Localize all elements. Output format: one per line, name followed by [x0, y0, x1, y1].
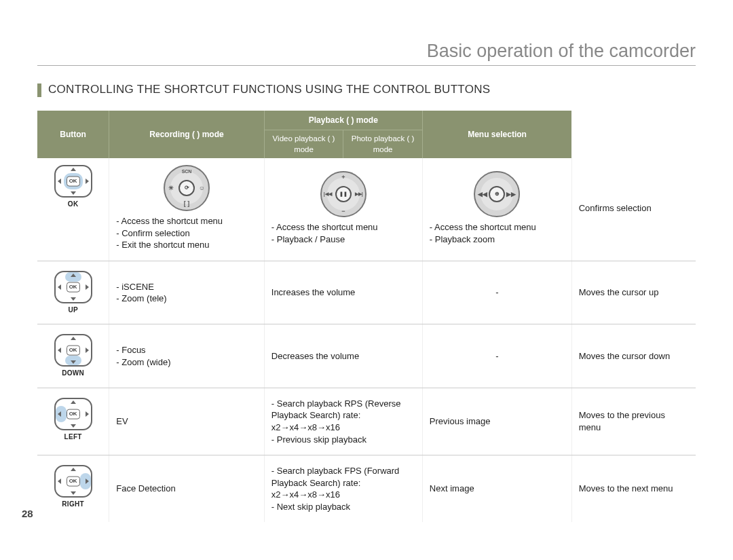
header-recording: Recording ( ) mode: [109, 111, 265, 158]
list-item: Playback zoom: [430, 234, 565, 246]
control-pad-up-icon: OK: [54, 271, 92, 303]
photo-dial-icon: ◀◀ ▶▶ ⊕: [474, 171, 520, 217]
list-item: Focus: [116, 344, 257, 356]
photo-cell: Next image: [422, 455, 571, 523]
list-item: Confirm selection: [116, 227, 257, 240]
header-video-playback: Video playback ( ) mode: [265, 130, 344, 158]
header-photo-playback: Photo playback ( ) mode: [343, 130, 422, 158]
menu-cell: Moves the cursor up: [571, 261, 696, 324]
header-playback-group: Playback ( ) mode Video playback ( ) mod…: [264, 111, 422, 158]
button-label-right: RIGHT: [44, 500, 102, 509]
control-pad-left-icon: OK: [54, 398, 92, 430]
list-item: Exit the shortcut menu: [116, 239, 257, 251]
control-pad-right-icon: OK: [54, 465, 92, 498]
button-cell-right: OK RIGHT: [37, 455, 109, 523]
control-pad-ok-icon: OK: [54, 165, 92, 198]
button-label-down: DOWN: [44, 369, 102, 378]
list-item: Previous skip playback: [271, 434, 415, 446]
button-cell-ok: OK OK: [37, 158, 109, 261]
video-cell: Decreases the volume: [264, 324, 422, 388]
list-item: Search playback RPS (Reverse Playback Se…: [271, 398, 415, 434]
recording-cell: iSCENE Zoom (tele): [109, 261, 265, 324]
list-item: Zoom (wide): [116, 356, 257, 369]
button-cell-up: OK UP: [37, 261, 109, 324]
list-item: Access the shortcut menu: [271, 221, 415, 234]
list-item: Access the shortcut menu: [116, 215, 257, 227]
button-label-left: LEFT: [44, 432, 102, 442]
recording-cell: Face Detection: [109, 455, 265, 523]
video-cell: + − |◀◀ ▶▶| ❚❚ Access the shortcut menu …: [264, 158, 422, 261]
control-pad-down-icon: OK: [54, 334, 92, 367]
menu-cell: Confirms selection: [571, 158, 696, 261]
table-row-right: OK RIGHT Face Detection Search playback …: [37, 455, 696, 523]
button-cell-left: OK LEFT: [37, 388, 109, 455]
button-label-up: UP: [44, 305, 102, 315]
list-item: Access the shortcut menu: [430, 221, 565, 234]
section-heading: CONTROLLING THE SHORTCUT FUNCTIONS USING…: [37, 83, 696, 97]
photo-cell: -: [422, 324, 571, 388]
page-number: 28: [22, 508, 33, 519]
list-item: Search playback FPS (Forward Playback Se…: [271, 465, 415, 501]
header-menu: Menu selection: [422, 111, 571, 158]
recording-cell: SCN [ ] ☀ ☺ ⟳ Access the shortcut menu C…: [109, 158, 265, 261]
list-item: iSCENE: [116, 281, 257, 293]
photo-cell: Previous image: [422, 388, 571, 455]
button-cell-down: OK DOWN: [37, 324, 109, 388]
chapter-title: Basic operation of the camcorder: [37, 41, 696, 66]
menu-cell: Moves to the previous menu: [571, 388, 696, 455]
list-item: Next skip playback: [271, 501, 415, 513]
menu-cell: Moves to the next menu: [571, 455, 696, 523]
header-button-label: Button: [60, 130, 86, 139]
photo-cell: ◀◀ ▶▶ ⊕ Access the shortcut menu Playbac…: [422, 158, 571, 261]
video-cell: Search playback RPS (Reverse Playback Se…: [264, 388, 422, 455]
section-bar: [37, 83, 41, 97]
section-title: CONTROLLING THE SHORTCUT FUNCTIONS USING…: [48, 83, 490, 96]
controls-table: Button Recording ( ) mode Playback ( ) m…: [37, 111, 696, 522]
video-dial-icon: + − |◀◀ ▶▶| ❚❚: [320, 171, 366, 217]
list-item: Playback / Pause: [271, 234, 415, 246]
table-row-down: OK DOWN Focus Zoom (wide) Decreases the …: [37, 324, 696, 388]
table-row-up: OK UP iSCENE Zoom (tele) Increases the v…: [37, 261, 696, 324]
recording-cell: EV: [109, 388, 265, 455]
header-playback-label: Playback ( ) mode: [265, 111, 422, 130]
header-button: Button: [37, 111, 109, 158]
recording-dial-icon: SCN [ ] ☀ ☺ ⟳: [164, 165, 210, 211]
table-row-left: OK LEFT EV Search playback RPS (Reverse …: [37, 388, 696, 455]
list-item: Zoom (tele): [116, 293, 257, 305]
table-row-ok: OK OK SCN [ ] ☀ ☺ ⟳ Access the shortcut …: [37, 158, 696, 261]
button-label-ok: OK: [44, 200, 102, 209]
video-cell: Increases the volume: [264, 261, 422, 324]
video-cell: Search playback FPS (Forward Playback Se…: [264, 455, 422, 523]
menu-cell: Moves the cursor down: [571, 324, 696, 388]
photo-cell: -: [422, 261, 571, 324]
recording-cell: Focus Zoom (wide): [109, 324, 265, 388]
table-header-row: Button Recording ( ) mode Playback ( ) m…: [37, 111, 696, 158]
